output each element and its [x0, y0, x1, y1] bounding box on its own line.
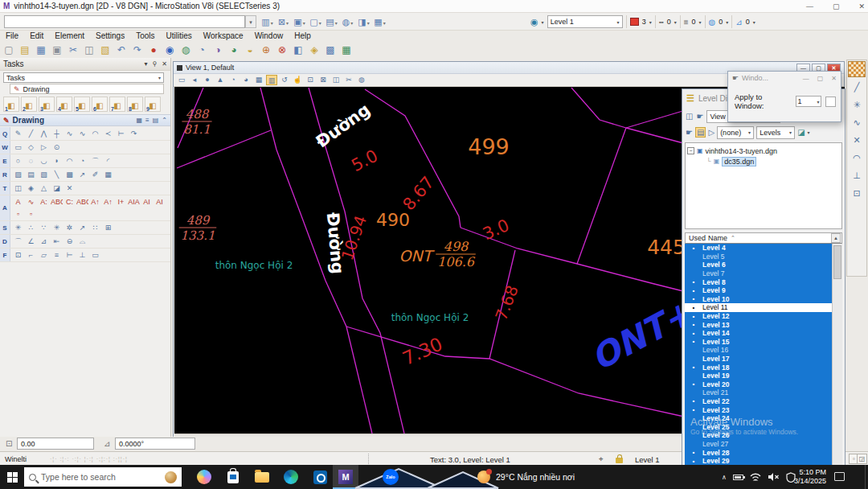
cursor-icon[interactable]: ☛: [696, 112, 703, 121]
toolbar-icon-13-icon[interactable]: ◔: [194, 43, 209, 57]
toolbar-icon-7-icon[interactable]: ▧: [98, 43, 113, 57]
filter-icon[interactable]: ▷: [708, 128, 714, 137]
fence-tool-8-icon[interactable]: ▦: [373, 15, 387, 28]
menu-window[interactable]: Window: [249, 31, 289, 42]
tool-s-3-icon[interactable]: ∵: [38, 222, 50, 233]
tool-t-2-icon[interactable]: ◈: [25, 183, 37, 194]
tool-f-7-icon[interactable]: ▭: [89, 249, 101, 261]
active-element-template-icon[interactable]: ◉: [530, 17, 538, 27]
tool-d-5-icon[interactable]: ⊖: [63, 236, 76, 247]
collapse-icon[interactable]: ⌃: [162, 117, 167, 124]
tool-r-8-icon[interactable]: ▦: [102, 169, 114, 180]
sort-caret-icon[interactable]: ⌃: [731, 235, 735, 241]
tool-e-3-icon[interactable]: ◡: [38, 155, 50, 166]
task-shortcut-9[interactable]: ◧9: [145, 97, 161, 112]
tool-f-4-icon[interactable]: ≡: [51, 249, 63, 261]
tasks-close-icon[interactable]: ✕: [162, 60, 167, 68]
level-row-level-26[interactable]: Level 26: [685, 431, 832, 440]
tool-r-3-icon[interactable]: ▧: [38, 169, 50, 180]
layout-list-icon[interactable]: ≡: [145, 117, 149, 124]
keyin-dropdown-icon[interactable]: ▾: [245, 15, 256, 28]
view-tool-10-icon[interactable]: ☝: [292, 75, 303, 85]
battery-icon[interactable]: [733, 475, 743, 480]
tool-q-3-icon[interactable]: ⋀: [38, 128, 50, 139]
tool-q-9-icon[interactable]: ⊢: [115, 128, 127, 139]
tool-r-5-icon[interactable]: ▩: [63, 169, 76, 180]
tasks-menu-icon[interactable]: ▾: [144, 60, 147, 68]
toolbar-icon-6-icon[interactable]: ◫: [82, 43, 96, 57]
task-shortcut-2[interactable]: ◧2: [21, 97, 37, 112]
view-tool-14-icon[interactable]: ✂: [343, 75, 354, 85]
accudraw-x-field[interactable]: 0.00: [17, 438, 94, 450]
level-row-level-23[interactable]: •Level 23: [685, 405, 832, 414]
menu-settings[interactable]: Settings: [90, 31, 130, 42]
tool-s-5-icon[interactable]: ✲: [63, 222, 76, 233]
level-row-level-29[interactable]: •Level 29: [685, 457, 832, 466]
maximize-button[interactable]: ▢: [833, 2, 840, 10]
taskbar-clock[interactable]: 5:10 PM 3/14/2025: [791, 468, 826, 486]
pattern-tool-icon[interactable]: [848, 61, 866, 77]
tool-a-4-icon[interactable]: ABC: [51, 196, 63, 208]
view-windows-icon[interactable]: ◫: [686, 112, 693, 121]
volume-muted-icon[interactable]: [768, 472, 780, 482]
level-row-level-18[interactable]: •Level 18: [685, 363, 832, 372]
view-tool-2-icon[interactable]: ◂: [189, 75, 200, 85]
taskbar-app-outlook[interactable]: [307, 465, 333, 489]
taskbar-app-zalo[interactable]: Zalo: [378, 465, 403, 489]
drawing-section-header[interactable]: ✎ Drawing ▦ ≡ ▤ ⌃: [0, 114, 170, 126]
collapse-box-icon[interactable]: −: [687, 147, 694, 154]
fence-tool-6-icon[interactable]: ◍: [341, 15, 354, 28]
tool-a-9-icon[interactable]: I+: [115, 196, 127, 208]
tool-s-7-icon[interactable]: ∷: [89, 222, 101, 233]
toolbar-icon-1-icon[interactable]: ▢: [2, 43, 16, 57]
toolbar-icon-5-icon[interactable]: ✂: [66, 43, 80, 57]
accudraw-angle-field[interactable]: 0.0000°: [115, 438, 195, 450]
level-row-level-17[interactable]: Level 17: [685, 355, 832, 364]
right-tool-1-icon[interactable]: ╱: [848, 79, 866, 95]
toolbar-icon-22-icon[interactable]: ▦: [339, 43, 354, 57]
view-tool-4-icon[interactable]: ▲: [215, 75, 226, 85]
tool-a-5-icon[interactable]: C:: [63, 196, 76, 208]
fence-tool-2-icon[interactable]: ⊠: [276, 15, 290, 28]
tool-q-1-icon[interactable]: ✎: [12, 128, 24, 139]
dialog-restore-icon[interactable]: ▢: [817, 75, 824, 82]
menu-edit[interactable]: Edit: [24, 31, 49, 42]
level-row-level-25[interactable]: Level 25: [685, 422, 832, 431]
task-shortcut-4[interactable]: ◧4: [56, 97, 72, 112]
tool-f-2-icon[interactable]: ⌐: [25, 249, 37, 261]
tool-r-7-icon[interactable]: ✐: [89, 169, 101, 180]
tool-e-4-icon[interactable]: ◗: [51, 155, 63, 166]
apply-window-checkbox[interactable]: [825, 97, 836, 107]
layout-grid-icon[interactable]: ▦: [137, 117, 143, 124]
layout-panel-icon[interactable]: ▤: [153, 117, 159, 124]
tree-item-parent[interactable]: − ▣ vinhtho14-3-tuyen.dgn: [687, 146, 840, 156]
toolbar-icon-9-icon[interactable]: ↷: [130, 43, 145, 57]
level-row-level-24[interactable]: Level 24: [685, 414, 832, 423]
taskbar-search[interactable]: Type here to search: [24, 467, 182, 487]
tool-d-4-icon[interactable]: ⇤: [51, 236, 63, 247]
tool-w-4-icon[interactable]: ⊙: [51, 142, 63, 153]
level-row-level-14[interactable]: •Level 14: [685, 329, 832, 338]
right-tool-5-icon[interactable]: ◠: [848, 150, 866, 166]
column-used[interactable]: Used: [686, 234, 708, 242]
tool-e-7-icon[interactable]: ⌒: [89, 155, 101, 166]
level-row-level-7[interactable]: Level 7: [685, 269, 832, 278]
dialog-minimize-icon[interactable]: —: [803, 75, 809, 82]
apply-window-combo[interactable]: 1▾: [796, 96, 822, 107]
level-row-level-11[interactable]: •Level 11: [685, 303, 832, 312]
tool-r-6-icon[interactable]: ↗: [76, 169, 88, 180]
view-tool-8-icon[interactable]: ▥: [266, 75, 277, 85]
tool-a-14-icon[interactable]: ▫: [25, 208, 37, 220]
tool-a-3-icon[interactable]: A:: [38, 196, 50, 208]
status-active-level[interactable]: Level 1: [635, 455, 660, 464]
tool-q-5-icon[interactable]: ∿: [63, 128, 76, 139]
toolbar-icon-17-icon[interactable]: ⊕: [259, 43, 273, 57]
tool-t-3-icon[interactable]: △: [38, 183, 50, 194]
right-tool-7-icon[interactable]: ⊡: [848, 185, 866, 201]
menu-workspace[interactable]: Workspace: [198, 31, 249, 42]
tool-e-1-icon[interactable]: ○: [12, 155, 24, 166]
tool-s-8-icon[interactable]: ⊞: [102, 222, 114, 233]
tool-a-10-icon[interactable]: AIA: [128, 196, 140, 208]
level-row-level-10[interactable]: •Level 10: [685, 295, 832, 304]
tool-q-7-icon[interactable]: ◠: [89, 128, 101, 139]
